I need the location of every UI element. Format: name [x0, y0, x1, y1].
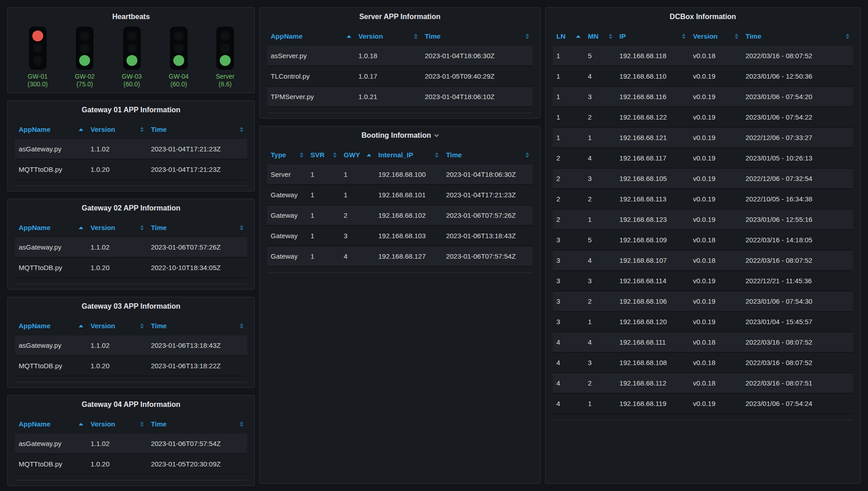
heartbeat-value: (60.0): [123, 80, 140, 88]
panel-menu-chevron-down-icon[interactable]: [434, 132, 439, 137]
sort-toggle-icon[interactable]: [735, 34, 739, 39]
sort-toggle-icon[interactable]: [609, 34, 613, 39]
heartbeat-name: Server: [216, 73, 234, 80]
column-header-ip[interactable]: IP: [616, 26, 690, 46]
column-header-version[interactable]: Version: [689, 26, 742, 46]
sort-toggle-icon[interactable]: [846, 34, 850, 39]
column-header-version[interactable]: Version: [87, 217, 147, 237]
booting-panel-title[interactable]: Booting Information: [260, 126, 540, 145]
sort-toggle-icon[interactable]: [333, 152, 338, 158]
column-header-time[interactable]: Time: [442, 145, 533, 165]
table-cell: 192.168.68.127: [375, 246, 443, 266]
sort-ascending-icon[interactable]: [367, 154, 372, 156]
sort-toggle-icon[interactable]: [140, 323, 145, 329]
table-cell: 2023/01/05 - 10:26:13: [742, 148, 853, 168]
panel-title-text: Gateway 03 APP Information: [82, 302, 181, 311]
column-header-version[interactable]: Version: [87, 414, 147, 434]
sort-toggle-icon[interactable]: [525, 34, 530, 39]
table-cell: 5: [584, 46, 616, 66]
column-label: Time: [151, 224, 167, 231]
table-row: 11192.168.68.121v0.0.192022/12/06 - 07:3…: [553, 127, 853, 148]
sort-toggle-icon[interactable]: [240, 127, 244, 132]
table-header: AppNameVersionTime: [15, 414, 247, 434]
table-cell: 5: [584, 230, 616, 250]
header-row: AppNameVersionTime: [15, 217, 247, 237]
column-label: Time: [151, 125, 167, 133]
column-label: LN: [556, 32, 565, 40]
column-header-svr[interactable]: SVR: [307, 145, 340, 165]
column-label: Time: [746, 32, 762, 40]
column-header-time[interactable]: Time: [147, 316, 247, 336]
yellow-lamp: [32, 43, 43, 54]
table-cell: 1.1.02: [87, 434, 147, 454]
column-header-ln[interactable]: LN: [553, 26, 584, 46]
red-lamp: [173, 30, 184, 41]
heartbeats-panel: Heartbeats GW-01(300.0)GW-02(75.0)GW-03(…: [7, 7, 255, 93]
sort-toggle-icon[interactable]: [240, 421, 244, 427]
header-row: AppNameVersionTime: [15, 316, 247, 336]
column-label: Version: [91, 224, 115, 231]
column-header-appname[interactable]: AppName: [15, 316, 87, 336]
column-header-appname[interactable]: AppName: [15, 414, 87, 434]
sort-ascending-icon[interactable]: [576, 35, 581, 38]
sort-toggle-icon[interactable]: [140, 421, 145, 427]
traffic-light-housing: [217, 27, 234, 70]
sort-ascending-icon[interactable]: [347, 35, 352, 38]
sort-toggle-icon[interactable]: [140, 127, 145, 132]
column-header-appname[interactable]: AppName: [15, 217, 87, 237]
table-row: TPMServer.py1.0.212023-01-04T18:06:10Z: [267, 86, 533, 107]
column-header-mn[interactable]: MN: [584, 26, 616, 46]
sort-toggle-icon[interactable]: [435, 152, 439, 158]
heartbeat-value: (8.6): [218, 80, 232, 88]
sort-toggle-icon[interactable]: [240, 323, 244, 329]
column-header-version[interactable]: Version: [87, 119, 147, 139]
sort-toggle-icon[interactable]: [140, 225, 145, 230]
server-app-table: AppNameVersionTimeasServer.py1.0.182023-…: [267, 26, 533, 107]
header-row: TypeSVRGWYInternal_IPTime: [267, 145, 533, 165]
gateway-03-panel-title[interactable]: Gateway 03 APP Information: [8, 297, 254, 316]
column-header-type[interactable]: Type: [267, 145, 307, 165]
dcbox-panel-title[interactable]: DCBox Information: [545, 8, 860, 26]
table-row: 33192.168.68.114v0.0.192022/12/21 - 11:4…: [553, 271, 853, 291]
heartbeats-panel-title[interactable]: Heartbeats: [8, 8, 254, 26]
column-header-time[interactable]: Time: [147, 414, 247, 434]
table-cell: 2: [340, 205, 375, 225]
column-header-internal_ip[interactable]: Internal_IP: [375, 145, 443, 165]
column-header-time[interactable]: Time: [147, 119, 247, 139]
column-header-version[interactable]: Version: [87, 316, 147, 336]
sort-ascending-icon[interactable]: [79, 423, 84, 426]
table-cell: 1: [307, 205, 340, 225]
sort-ascending-icon[interactable]: [79, 325, 84, 327]
sort-ascending-icon[interactable]: [79, 226, 84, 229]
table-cell: v0.0.19: [689, 148, 742, 168]
gateway-02-panel-title[interactable]: Gateway 02 APP Information: [8, 199, 254, 217]
column-header-appname[interactable]: AppName: [15, 119, 87, 139]
table-cell: 4: [553, 373, 584, 393]
gateway-01-panel-title[interactable]: Gateway 01 APP Information: [8, 101, 254, 119]
gateway-04-panel-title[interactable]: Gateway 04 APP Information: [8, 396, 254, 414]
column-header-appname[interactable]: AppName: [267, 26, 355, 46]
table-row: 14192.168.68.110v0.0.192023/01/06 - 12:5…: [553, 66, 853, 86]
panel-title-text: Gateway 01 APP Information: [82, 106, 181, 114]
column-label: AppName: [271, 32, 303, 40]
traffic-light: GW-02(75.0): [75, 27, 95, 88]
column-label: Version: [91, 420, 115, 428]
server-app-panel-title[interactable]: Server APP Information: [260, 8, 540, 26]
column-header-time[interactable]: Time: [742, 26, 853, 46]
booting-info-panel: Booting Information TypeSVRGWYInternal_I…: [259, 126, 540, 484]
table-cell: 3: [584, 271, 616, 291]
sort-toggle-icon[interactable]: [414, 34, 419, 39]
sort-toggle-icon[interactable]: [682, 34, 686, 39]
column-header-version[interactable]: Version: [355, 26, 421, 46]
sort-toggle-icon[interactable]: [525, 152, 530, 158]
gateway-01-app-panel: Gateway 01 APP Information AppNameVersio…: [7, 100, 255, 191]
column-header-gwy[interactable]: GWY: [340, 145, 375, 165]
column-header-time[interactable]: Time: [421, 26, 533, 46]
sort-toggle-icon[interactable]: [240, 225, 244, 230]
table-cell: 192.168.68.122: [616, 107, 690, 127]
sort-ascending-icon[interactable]: [79, 128, 84, 131]
table-cell: 4: [553, 352, 584, 373]
column-header-time[interactable]: Time: [147, 217, 247, 237]
sort-toggle-icon[interactable]: [300, 152, 304, 158]
column-label: Version: [693, 32, 717, 40]
